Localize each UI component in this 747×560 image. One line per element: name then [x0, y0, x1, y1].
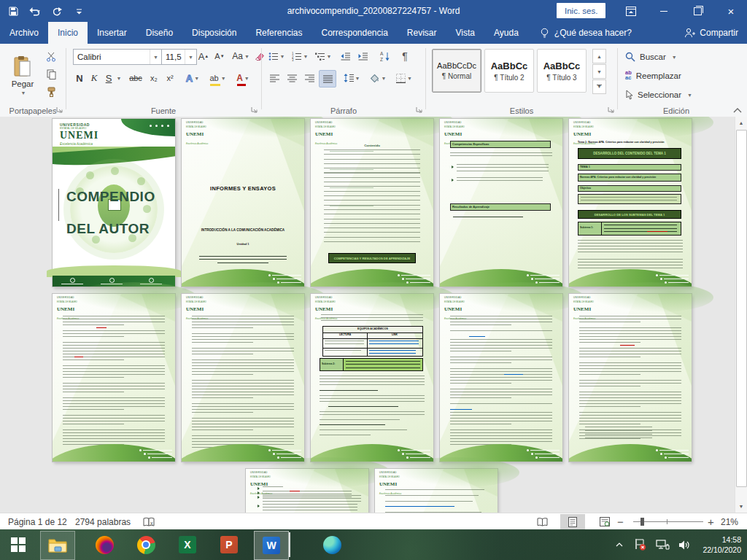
highlight-color-button[interactable]: ab ▼ [206, 70, 228, 86]
taskbar-start-button[interactable] [1, 531, 35, 559]
document-canvas[interactable]: UNIVERSIDADESTATAL DE MILAGROUNEMIExcele… [0, 117, 735, 513]
taskbar-chrome-button[interactable] [129, 531, 163, 559]
strikethrough-button[interactable]: abc [126, 70, 145, 86]
tab-ayuda[interactable]: Ayuda [484, 22, 528, 44]
align-left-button[interactable] [266, 70, 282, 86]
zoom-slider-thumb[interactable] [640, 518, 644, 526]
scroll-up-arrow[interactable]: ▲ [735, 117, 747, 129]
shrink-font-button[interactable]: A▼ [212, 48, 227, 64]
tab-diseño[interactable]: Diseño [136, 22, 182, 44]
page-thumbnail-3[interactable]: UNIVERSIDADESTATAL DE MILAGROUNEMIExcele… [311, 119, 433, 287]
page-thumbnail-8[interactable]: UNIVERSIDADESTATAL DE MILAGROUNEMIExcele… [311, 294, 433, 462]
copy-button[interactable] [42, 66, 60, 82]
tab-referencias[interactable]: Referencias [246, 22, 311, 44]
tab-archivo[interactable]: Archivo [0, 22, 48, 44]
font-color-button[interactable]: A ▼ [233, 70, 253, 86]
word-count[interactable]: 2794 palabras [75, 513, 131, 530]
styles-scroll-up-button[interactable]: ▲ [592, 49, 606, 63]
align-right-button[interactable] [301, 70, 317, 86]
ribbon-display-options-icon[interactable] [616, 0, 646, 22]
page-thumbnail-10[interactable]: UNIVERSIDADESTATAL DE MILAGROUNEMIExcele… [569, 294, 692, 462]
taskbar-firefox-button[interactable] [88, 531, 121, 559]
bold-button[interactable]: N [73, 70, 86, 86]
paragraph-dialog-launcher[interactable] [415, 106, 423, 114]
find-button[interactable]: Buscar▼ [625, 50, 677, 64]
page-thumbnail-7[interactable]: UNIVERSIDADESTATAL DE MILAGROUNEMIExcele… [182, 294, 304, 462]
page-thumbnail-2[interactable]: UNIVERSIDADESTATAL DE MILAGROUNEMIExcele… [182, 119, 304, 287]
collapse-ribbon-button[interactable] [733, 108, 742, 113]
redo-icon[interactable] [50, 3, 64, 19]
bullets-button[interactable]: ▼ [266, 48, 287, 64]
taskbar-edge-button[interactable] [315, 531, 349, 559]
page-indicator[interactable]: Página 1 de 12 [8, 513, 67, 530]
decrease-indent-button[interactable] [338, 48, 354, 64]
page-thumbnail-1[interactable]: UNIVERSIDADESTATAL DE MILAGROUNEMIExcele… [53, 119, 175, 287]
tab-correspondencia[interactable]: Correspondencia [311, 22, 397, 44]
font-dialog-launcher[interactable] [250, 106, 258, 114]
shading-button[interactable]: ▼ [367, 70, 389, 86]
select-button[interactable]: Seleccionar▼ [625, 88, 692, 102]
tray-expand-icon[interactable] [611, 529, 627, 560]
format-painter-button[interactable] [42, 84, 60, 100]
align-center-button[interactable] [284, 70, 300, 86]
numbering-button[interactable]: 123▼ [290, 48, 310, 64]
volume-icon[interactable] [674, 529, 694, 560]
zoom-level[interactable]: 21% [721, 513, 738, 530]
tab-vista[interactable]: Vista [446, 22, 484, 44]
network-icon[interactable] [652, 529, 673, 560]
taskbar-excel-button[interactable]: X [171, 531, 204, 559]
tab-revisar[interactable]: Revisar [398, 22, 446, 44]
taskbar-file-explorer-button[interactable] [40, 531, 75, 560]
styles-dialog-launcher[interactable] [607, 106, 615, 114]
zoom-in-button[interactable]: + [708, 513, 714, 530]
save-icon[interactable] [6, 3, 20, 19]
replace-button[interactable]: abac Reemplazar [625, 69, 681, 83]
sign-in-button[interactable]: Inic. ses. [557, 3, 605, 18]
tab-inicio[interactable]: Inicio [48, 22, 88, 44]
share-button[interactable]: Compartir [684, 22, 738, 44]
cut-button[interactable] [42, 49, 60, 65]
customize-qat-icon[interactable] [71, 3, 86, 19]
read-mode-button[interactable] [530, 514, 554, 529]
tab-disposición[interactable]: Disposición [182, 22, 246, 44]
grow-font-button[interactable]: A▲ [196, 48, 211, 64]
page-thumbnail-12[interactable]: UNIVERSIDADESTATAL DE MILAGROUNEMIExcele… [375, 469, 498, 513]
tell-me-box[interactable]: ¿Qué desea hacer? [540, 22, 632, 44]
subscript-button[interactable]: x₂ [147, 70, 161, 86]
page-thumbnail-4[interactable]: UNIVERSIDADESTATAL DE MILAGROUNEMIExcele… [440, 119, 562, 287]
show-paragraph-marks-button[interactable]: ¶ [398, 48, 412, 64]
page-thumbnail-11[interactable]: UNIVERSIDADESTATAL DE MILAGROUNEMIExcele… [246, 469, 368, 513]
taskbar-clock[interactable]: 14:58 22/10/2020 [703, 529, 741, 560]
superscript-button[interactable]: x² [163, 70, 177, 86]
change-case-button[interactable]: Aa▼ [231, 48, 250, 64]
style-título3[interactable]: AaBbCc¶ Título 3 [537, 49, 587, 93]
close-button[interactable]: × [716, 0, 746, 22]
scrollbar-thumb[interactable] [736, 130, 747, 487]
underline-button[interactable]: S [102, 70, 115, 86]
text-effects-button[interactable]: A▼ [183, 70, 202, 86]
scroll-down-arrow[interactable]: ▼ [735, 500, 747, 513]
underline-dropdown-icon[interactable]: ▼ [115, 70, 122, 86]
undo-dropdown-icon[interactable]: ▼ [36, 9, 41, 14]
font-family-combo[interactable]: Calibri▼ [73, 49, 162, 65]
style-normal[interactable]: AaBbCcDc¶ Normal [432, 49, 481, 93]
undo-icon[interactable]: ▼ [28, 3, 42, 19]
print-layout-button[interactable] [560, 514, 585, 529]
sort-button[interactable]: AZ [376, 48, 395, 64]
taskbar-powerpoint-button[interactable]: P [212, 531, 246, 559]
page-thumbnail-6[interactable]: UNIVERSIDADESTATAL DE MILAGROUNEMIExcele… [53, 294, 175, 462]
restore-button[interactable] [683, 0, 712, 22]
zoom-out-button[interactable]: − [617, 513, 624, 530]
proofing-status-icon[interactable]: x [143, 513, 155, 530]
security-flag-icon[interactable] [630, 529, 651, 560]
italic-button[interactable]: K [88, 70, 101, 86]
style-título2[interactable]: AaBbCc¶ Título 2 [484, 49, 534, 93]
font-size-combo[interactable]: 11,5▼ [161, 49, 197, 65]
page-thumbnail-5[interactable]: UNIVERSIDADESTATAL DE MILAGROUNEMIExcele… [569, 119, 692, 287]
styles-scroll-down-button[interactable]: ▼ [592, 64, 606, 79]
vertical-scrollbar[interactable]: ▲ ▼ [735, 117, 747, 513]
multilevel-list-button[interactable]: ▼ [313, 48, 333, 64]
clipboard-dialog-launcher[interactable] [55, 106, 63, 114]
increase-indent-button[interactable] [355, 48, 371, 64]
justify-button[interactable] [319, 70, 336, 88]
